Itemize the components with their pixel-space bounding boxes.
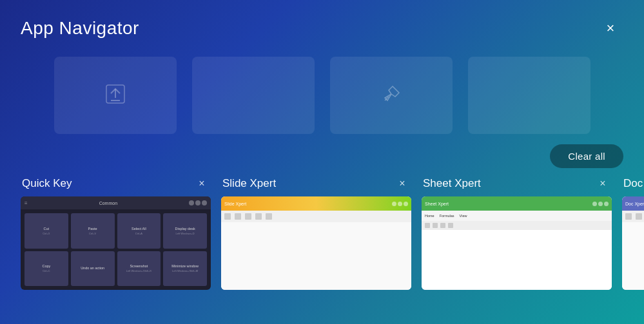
sx-tool-1	[224, 213, 231, 220]
sx-content	[221, 222, 411, 290]
dx-tool-2	[636, 213, 642, 220]
app-card-quick-key: Quick Key × ≡ Common Cut Ctrl+X	[21, 176, 211, 290]
sx-tool-4	[255, 213, 262, 220]
shx-tool-4	[448, 223, 453, 228]
qk-item-shortcut-paste: Ctrl+V	[89, 232, 96, 235]
dx-title-text: Doc Xpert	[625, 202, 644, 206]
app-card-header-sheet-xpert: Sheet Xpert ×	[422, 176, 612, 191]
app-card-header-doc-xpert: Doc X ×	[622, 176, 644, 191]
qk-title-text: Common	[28, 201, 189, 205]
qk-item-minimize: Minimize window Left Windows+Shift+M	[163, 251, 207, 287]
pinned-slot-3[interactable]	[330, 57, 453, 134]
sx-win-btns	[392, 202, 408, 206]
qk-close-btn	[202, 200, 207, 205]
pinned-slot-2[interactable]	[192, 57, 315, 134]
qk-min-btn	[189, 200, 194, 205]
qk-item-label-display-desk: Display desk	[175, 227, 195, 231]
dx-toolbar	[622, 211, 644, 222]
sx-min-btn	[392, 202, 396, 206]
navigator-close-button[interactable]: ×	[598, 15, 623, 41]
app-card-title-slide-xpert: Slide Xpert	[222, 177, 276, 190]
upload-icon	[104, 82, 127, 108]
qk-item-label-undo: Undo an action	[81, 266, 104, 271]
sx-tool-3	[245, 213, 251, 220]
qk-item-paste: Paste Ctrl+V	[71, 213, 115, 249]
app-card-sheet-xpert: Sheet Xpert × Sheet Xpert Home Formulas …	[422, 176, 612, 290]
sx-tool-5	[266, 213, 272, 220]
app-card-close-sheet-xpert[interactable]: ×	[595, 176, 610, 191]
app-card-title-quick-key: Quick Key	[22, 177, 72, 190]
shx-menu-view: View	[460, 214, 467, 218]
app-card-title-sheet-xpert: Sheet Xpert	[423, 177, 481, 190]
shx-titlebar: Sheet Xpert	[422, 196, 612, 211]
app-card-slide-xpert: Slide Xpert × Slide Xpert	[221, 176, 411, 290]
sx-title-text: Slide Xpert	[224, 202, 246, 206]
shx-tool-1	[425, 223, 430, 228]
shx-content	[422, 230, 612, 290]
app-thumbnail-sheet-xpert[interactable]: Sheet Xpert Home Formulas View	[422, 196, 612, 290]
app-card-header-quick-key: Quick Key ×	[21, 176, 211, 191]
qk-item-label-screenshot: Screenshot	[130, 264, 148, 269]
pinned-slot-1[interactable]	[54, 57, 177, 134]
shx-menubar: Home Formulas View	[422, 211, 612, 221]
pin-icon	[380, 82, 403, 108]
pinned-area	[0, 46, 644, 144]
sx-titlebar: Slide Xpert	[221, 196, 411, 211]
shx-toolbar	[422, 221, 612, 230]
qk-item-select-all: Select All Ctrl+A	[117, 213, 161, 249]
qk-win-btns	[189, 200, 207, 205]
app-thumbnail-doc-xpert[interactable]: Doc Xpert	[622, 196, 644, 290]
shx-win-btns	[592, 202, 609, 206]
dx-titlebar: Doc Xpert	[622, 196, 644, 211]
app-thumbnail-quick-key[interactable]: ≡ Common Cut Ctrl+X Paste Ctrl	[21, 196, 211, 290]
qk-item-label-select-all: Select All	[132, 227, 146, 231]
app-thumbnail-slide-xpert[interactable]: Slide Xpert	[221, 196, 411, 290]
sx-max-btn	[398, 202, 402, 206]
qk-item-copy: Copy Ctrl+C	[24, 251, 68, 287]
qk-grid: Cut Ctrl+X Paste Ctrl+V Select All Ctrl+…	[21, 209, 211, 290]
sx-toolbar	[221, 211, 411, 222]
qk-item-cut: Cut Ctrl+X	[24, 213, 68, 249]
sx-close-btn	[404, 202, 408, 206]
qk-item-shortcut-copy: Ctrl+C	[43, 269, 50, 272]
qk-item-shortcut-minimize: Left Windows+Shift+M	[172, 269, 198, 272]
app-card-doc-xpert: Doc X × Doc Xpert	[622, 176, 644, 290]
dx-tool-1	[625, 213, 632, 220]
qk-item-display-desk: Display desk Left Windows+D	[163, 213, 207, 249]
shx-close-btn	[604, 202, 609, 206]
qk-item-undo: Undo an action	[71, 251, 115, 287]
app-card-close-slide-xpert[interactable]: ×	[395, 176, 410, 191]
dx-content	[622, 222, 644, 290]
qk-item-label-minimize: Minimize window	[171, 264, 199, 269]
qk-item-label-cut: Cut	[44, 227, 50, 231]
qk-item-shortcut-screenshot: Left Windows+Shift+S	[126, 269, 151, 272]
shx-tool-3	[440, 223, 445, 228]
qk-max-btn	[195, 200, 200, 205]
shx-menu-home: Home	[425, 214, 434, 218]
pinned-slot-4[interactable]	[468, 57, 590, 134]
shx-min-btn	[592, 202, 597, 206]
qk-item-label-paste: Paste	[88, 227, 97, 231]
app-title: App Navigator	[21, 18, 139, 39]
title-bar: App Navigator ×	[0, 0, 644, 41]
clear-all-container: Clear all	[0, 144, 644, 168]
shx-max-btn	[598, 202, 603, 206]
qk-titlebar: ≡ Common	[21, 196, 211, 209]
qk-item-label-copy: Copy	[42, 264, 50, 269]
shx-title-text: Sheet Xpert	[425, 202, 449, 206]
qk-item-screenshot: Screenshot Left Windows+Shift+S	[117, 251, 161, 287]
qk-item-shortcut-select-all: Ctrl+A	[135, 232, 142, 235]
app-card-close-quick-key[interactable]: ×	[194, 176, 210, 191]
shx-tool-2	[433, 223, 438, 228]
app-card-title-doc-xpert: Doc X	[623, 177, 644, 190]
app-card-header-slide-xpert: Slide Xpert ×	[221, 176, 411, 191]
clear-all-button[interactable]: Clear all	[550, 144, 623, 168]
qk-item-shortcut-display-desk: Left Windows+D	[176, 232, 195, 235]
apps-area: Quick Key × ≡ Common Cut Ctrl+X	[0, 176, 644, 290]
qk-item-shortcut-cut: Ctrl+X	[43, 232, 50, 235]
shx-menu-formulas: Formulas	[440, 214, 454, 218]
sx-tool-2	[235, 213, 241, 220]
